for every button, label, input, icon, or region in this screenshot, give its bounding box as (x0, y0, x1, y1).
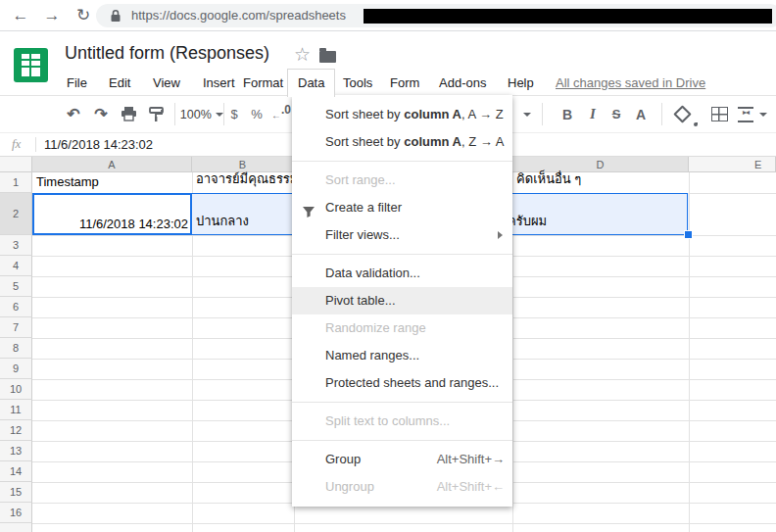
row-header-3[interactable]: 3 (0, 235, 32, 256)
bold-icon[interactable]: B (557, 96, 578, 132)
document-title[interactable]: Untitled form (Responses) (65, 43, 269, 64)
cell-B1[interactable]: อาจารย์มีคุณธรรม (196, 172, 290, 193)
row-header-1[interactable]: 1 (0, 172, 32, 193)
menu-tools[interactable]: Tools (343, 71, 372, 95)
fill-handle[interactable] (684, 230, 693, 239)
cell-A1[interactable]: Timestamp (36, 172, 188, 193)
menu-item-create-a-filter[interactable]: Create a filter (292, 194, 512, 221)
row-header-16[interactable]: 16 (0, 503, 32, 523)
toolbar-separator (223, 103, 224, 125)
gridline (32, 523, 776, 524)
row-header-7[interactable]: 7 (0, 317, 32, 338)
cell-D2[interactable]: ครับผม (508, 193, 676, 235)
decrease-decimal-icon[interactable]: ← .0 (271, 96, 291, 132)
paint-format-icon[interactable] (143, 96, 169, 132)
menu-separator (292, 440, 512, 441)
menu-item-protected-sheets-and-ranges[interactable]: Protected sheets and ranges... (292, 369, 512, 397)
percent-format-icon[interactable]: % (248, 96, 266, 132)
menu-shortcut: Alt+Shift+← (437, 473, 505, 501)
fx-icon: fx (12, 136, 21, 152)
more-formats-dropdown-icon[interactable] (520, 96, 534, 132)
borders-icon[interactable] (707, 96, 731, 132)
row-header-8[interactable]: 8 (0, 338, 32, 359)
back-icon[interactable]: ← (8, 3, 33, 28)
menu-file[interactable]: File (67, 71, 87, 95)
sheets-logo (14, 48, 48, 82)
zoom-select[interactable]: 100% (182, 96, 221, 132)
formula-input[interactable]: 11/6/2018 14:23:02 (44, 137, 153, 152)
cell-A2[interactable]: 11/6/2018 14:23:02 (36, 193, 188, 235)
folder-icon[interactable] (319, 51, 336, 63)
menu-item-sort-range[interactable]: Sort range... (292, 167, 512, 194)
column-header-E[interactable]: E (689, 157, 776, 172)
url-text: https://docs.google.com/spreadsheets (131, 8, 346, 23)
row-header-2[interactable]: 2 (0, 193, 32, 235)
menu-edit[interactable]: Edit (109, 71, 130, 95)
toolbar-separator (661, 103, 662, 125)
menu-shortcut: Alt+Shift+→ (437, 446, 505, 473)
save-status-link[interactable]: All changes saved in Drive (556, 71, 705, 95)
toolbar-separator (174, 103, 175, 125)
select-all-corner[interactable] (0, 157, 32, 172)
menu-item-data-validation[interactable]: Data validation... (292, 260, 512, 287)
merge-cells-icon[interactable]: ▸◂ (735, 96, 756, 132)
menu-item-randomize-range[interactable]: Randomize range (292, 314, 512, 342)
menu-item-filter-views[interactable]: Filter views... (292, 221, 512, 249)
url-redaction-bar (364, 9, 772, 24)
menu-format[interactable]: Format (243, 71, 283, 95)
row-header-14[interactable]: 14 (0, 461, 32, 482)
row-header-4[interactable]: 4 (0, 256, 32, 276)
lock-icon (111, 9, 121, 23)
star-icon[interactable]: ☆ (294, 43, 311, 66)
menu-form[interactable]: Form (390, 71, 419, 95)
column-header-A[interactable]: A (32, 157, 192, 172)
strikethrough-icon[interactable]: S (606, 96, 627, 132)
menu-item-sort-sheet-by-column-a-a-z[interactable]: Sort sheet by column A, A → Z (292, 101, 512, 128)
menu-item-named-ranges[interactable]: Named ranges... (292, 342, 512, 369)
menu-view[interactable]: View (153, 71, 180, 95)
currency-format-icon[interactable]: $ (225, 96, 243, 132)
menu-insert[interactable]: Insert (203, 71, 235, 95)
menu-add-ons[interactable]: Add-ons (439, 71, 486, 95)
menu-item-sort-sheet-by-column-a-z-a[interactable]: Sort sheet by column A, Z → A (292, 128, 512, 156)
menu-item-split-text-to-columns[interactable]: Split text to columns... (292, 408, 512, 435)
menu-separator (292, 254, 512, 255)
data-menu-dropdown: Sort sheet by column A, A → ZSort sheet … (292, 95, 512, 507)
row-header-11[interactable]: 11 (0, 400, 32, 420)
row-header-13[interactable]: 13 (0, 441, 32, 461)
forward-icon[interactable]: → (39, 3, 65, 28)
row-header-10[interactable]: 10 (0, 379, 32, 400)
reload-icon[interactable]: ↻ (71, 3, 96, 28)
menu-separator (292, 402, 512, 403)
formula-bar-divider (35, 137, 36, 152)
row-header-12[interactable]: 12 (0, 420, 32, 441)
redo-icon[interactable]: ↷ (88, 96, 114, 132)
browser-toolbar: ← → ↻ https://docs.google.com/spreadshee… (0, 0, 776, 30)
row-header-9[interactable]: 9 (0, 359, 32, 379)
undo-icon[interactable]: ↶ (61, 96, 86, 132)
cell-B2[interactable]: ปานกลาง (196, 193, 290, 235)
row-header-partial[interactable] (0, 523, 32, 532)
menu-item-group[interactable]: GroupAlt+Shift+→ (292, 446, 512, 473)
menu-help[interactable]: Help (508, 71, 534, 95)
menu-separator (292, 161, 512, 162)
submenu-arrow-icon (498, 231, 503, 239)
merge-cells-dropdown-icon[interactable] (756, 96, 770, 132)
menu-item-ungroup[interactable]: UngroupAlt+Shift+← (292, 473, 512, 501)
menu-data[interactable]: Data (287, 69, 335, 97)
chrome-divider (0, 30, 776, 31)
toolbar-separator (542, 103, 543, 125)
cell-D1[interactable]: คิดเห็นอื่น ๆ (516, 172, 685, 193)
fill-color-icon[interactable] (670, 96, 694, 132)
gridline (689, 172, 690, 532)
menu-item-pivot-table[interactable]: Pivot table... (292, 287, 512, 314)
row-header-15[interactable]: 15 (0, 482, 32, 503)
italic-icon[interactable]: I (582, 96, 604, 132)
text-color-icon[interactable]: A (630, 96, 652, 132)
row-header-6[interactable]: 6 (0, 297, 32, 317)
row-header-5[interactable]: 5 (0, 276, 32, 297)
print-icon[interactable] (116, 96, 141, 132)
